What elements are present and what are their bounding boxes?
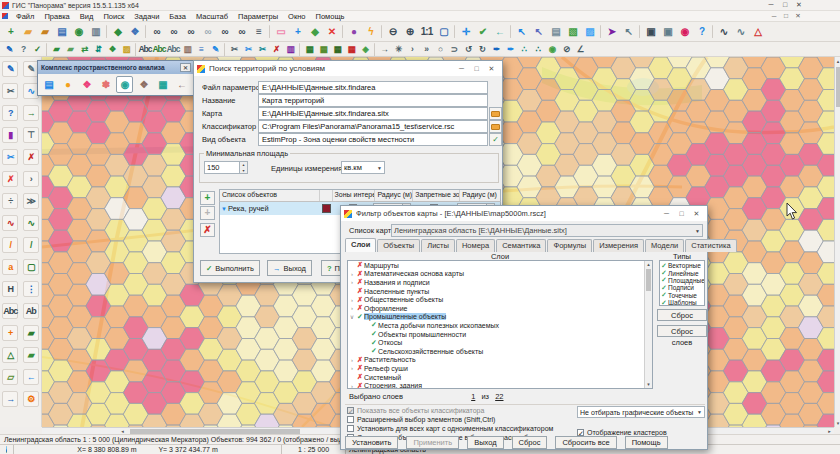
layer-tree-item[interactable]: › ✗ Названия и подписи	[348, 278, 652, 287]
filter-tab[interactable]: Измерения	[593, 239, 644, 252]
rotate-ccw-icon[interactable]: ↺	[461, 43, 475, 56]
select-object-kind-button[interactable]: ✓	[489, 133, 502, 146]
geoportal-icon[interactable]: ◉	[70, 23, 87, 40]
move-green-icon[interactable]: →	[23, 105, 39, 121]
dialog-minimize-button[interactable]: ─	[454, 65, 469, 73]
dialog-minimize-button[interactable]: ─	[659, 210, 674, 218]
back-view-icon[interactable]: ←	[491, 23, 508, 40]
add-object-disabled-button[interactable]: +	[200, 206, 215, 220]
refresh-map-icon[interactable]: ▨	[581, 23, 598, 40]
smooth-side-icon[interactable]: ▱	[2, 369, 18, 385]
layer-state-icon[interactable]: ✗	[356, 287, 364, 295]
match-nodes2-icon[interactable]: ∴	[531, 43, 545, 56]
toolbar-icon[interactable]	[269, 25, 270, 38]
cut-metric-icon[interactable]: ✂	[2, 149, 18, 165]
menu-item[interactable]: Задачи	[129, 12, 164, 21]
print-icon[interactable]: ▣	[642, 23, 659, 40]
route-measure-icon[interactable]: ➤	[603, 23, 620, 40]
filter-tab[interactable]: Объекты	[377, 239, 420, 252]
child-restore-button[interactable]: □	[780, 12, 792, 20]
toolbar-icon[interactable]	[510, 25, 511, 38]
layer-tree-item[interactable]: › ✗ Оформление	[348, 304, 652, 313]
toolbar-icon[interactable]	[381, 25, 382, 38]
filter-dialog-button[interactable]: Установить	[345, 436, 398, 449]
find-list-icon[interactable]: ≡	[250, 23, 267, 40]
fragment-move-icon[interactable]: ▦	[330, 43, 344, 56]
vertical-scroll-thumb[interactable]	[836, 67, 840, 107]
expander-icon[interactable]: ›	[348, 279, 356, 285]
min-area-spinner[interactable]: 150 ▴▾	[204, 161, 248, 174]
toolbar-icon[interactable]	[145, 25, 146, 38]
find-selected-icon[interactable]: ∞	[182, 23, 199, 40]
green-box-icon[interactable]: ▰	[23, 347, 39, 363]
highlight-icon[interactable]: +	[2, 325, 18, 341]
fit-extent-icon[interactable]: ▢	[435, 23, 452, 40]
cut-pencil-icon[interactable]: ✂	[2, 83, 18, 99]
option-checkbox[interactable]	[347, 407, 354, 414]
next-point-icon[interactable]: ›	[405, 43, 419, 56]
filter-dialog-button[interactable]: Помощь	[625, 436, 668, 449]
layer-tree-item[interactable]: ✗ Системный	[348, 373, 652, 382]
layer-tree[interactable]: ✗ Маршруты › ✗ Математическая основа кар…	[347, 260, 653, 389]
confirm-icon[interactable]: ✔	[474, 23, 491, 40]
toolbar-icon[interactable]	[712, 25, 713, 38]
tree-scrollbar[interactable]: ▴ ▾	[644, 261, 652, 388]
menu-item[interactable]: Параметры	[233, 12, 283, 21]
filter-tab[interactable]: Слои	[345, 238, 376, 252]
find-area-icon[interactable]: ∞	[216, 23, 233, 40]
menu-item[interactable]: Файл	[11, 12, 39, 21]
child-close-button[interactable]: ✕	[792, 12, 804, 20]
child-minimize-button[interactable]: ─	[768, 12, 780, 20]
select-apply-icon[interactable]: ◆	[306, 23, 323, 40]
map-database-icon[interactable]: ▤	[53, 23, 70, 40]
filter-dialog-button[interactable]: Применить	[406, 436, 459, 449]
exit-button[interactable]: → Выход	[267, 260, 312, 276]
toolbar-icon[interactable]	[224, 43, 225, 56]
polygon-measure-icon[interactable]: △	[749, 23, 766, 40]
rating-zones-icon[interactable]: ✽	[97, 76, 114, 93]
sphere-3d-icon[interactable]: ●	[345, 23, 362, 40]
layer-tree-item[interactable]: ✓ Откосы	[348, 338, 652, 347]
select-add-icon[interactable]: +	[289, 23, 306, 40]
toolbar-icon[interactable]	[46, 43, 47, 56]
points-icon[interactable]: ⋮	[23, 281, 39, 297]
filter-dialog-button[interactable]: Сброс	[512, 436, 548, 449]
help-pointer-icon[interactable]: ?	[693, 23, 710, 40]
toolbox-title-bar[interactable]: Комплекс пространственного анализа ✕	[38, 61, 194, 74]
edit-accept-icon[interactable]: ✓	[30, 43, 44, 56]
spline-measure-icon[interactable]: ∿	[715, 23, 732, 40]
scroll-up-icon[interactable]: ▴	[835, 57, 840, 65]
layer-tree-item[interactable]: › ✗ Растительность	[348, 356, 652, 365]
browse-classifier-button[interactable]	[489, 120, 502, 133]
close-ring-icon[interactable]: ◉	[545, 43, 559, 56]
delete-object-button[interactable]: ✗	[200, 223, 215, 237]
layer-state-icon[interactable]: ✓	[370, 330, 378, 338]
run-task-icon[interactable]: ϟ	[362, 23, 379, 40]
toolbox-close-button[interactable]: ✕	[180, 63, 191, 72]
layer-tree-item[interactable]: ✓ Сельскохозяйственные объекты	[348, 347, 652, 356]
smooth-spline2-icon[interactable]: ✒	[503, 43, 517, 56]
spinner-arrows[interactable]: ▴▾	[239, 162, 247, 173]
reset-types-button[interactable]: Сброс типов	[657, 309, 707, 321]
hatch-object-icon[interactable]: ▨	[119, 43, 133, 56]
edit-metric-icon[interactable]: ✎	[208, 43, 222, 56]
filter-tab[interactable]: Листы	[421, 239, 455, 252]
scroll-down-icon[interactable]: ▾	[645, 381, 652, 388]
territory-search-icon[interactable]: ◉	[116, 76, 133, 93]
process-diagram-icon[interactable]: ❖	[135, 76, 152, 93]
redo-arrow-icon[interactable]: →	[2, 391, 18, 407]
layer-tree-item[interactable]: ✓ Места добычи полезных ископаемых	[348, 321, 652, 330]
abc-side-icon[interactable]: Abc	[2, 303, 18, 319]
expander-icon[interactable]: ›	[348, 365, 356, 371]
palette-icon[interactable]: ◉	[676, 23, 693, 40]
layer-tree-item[interactable]: ∨ ✓ Промышленные объекты	[348, 313, 652, 322]
object-color-swatch[interactable]	[322, 204, 331, 213]
undo-arrow-icon[interactable]: ←	[23, 369, 39, 385]
maximize-button[interactable]: □	[778, 1, 792, 9]
layer-state-icon[interactable]: ✓	[356, 313, 364, 321]
split-part-icon[interactable]: ›	[23, 171, 39, 187]
vertical-scrollbar[interactable]: ▴ ▾	[834, 57, 840, 427]
dialog-maximize-button[interactable]: □	[674, 210, 689, 218]
filter-dialog-button[interactable]: Сбросить все	[555, 436, 616, 449]
layer-tree-item[interactable]: › ✗ Общественные объекты	[348, 295, 652, 304]
